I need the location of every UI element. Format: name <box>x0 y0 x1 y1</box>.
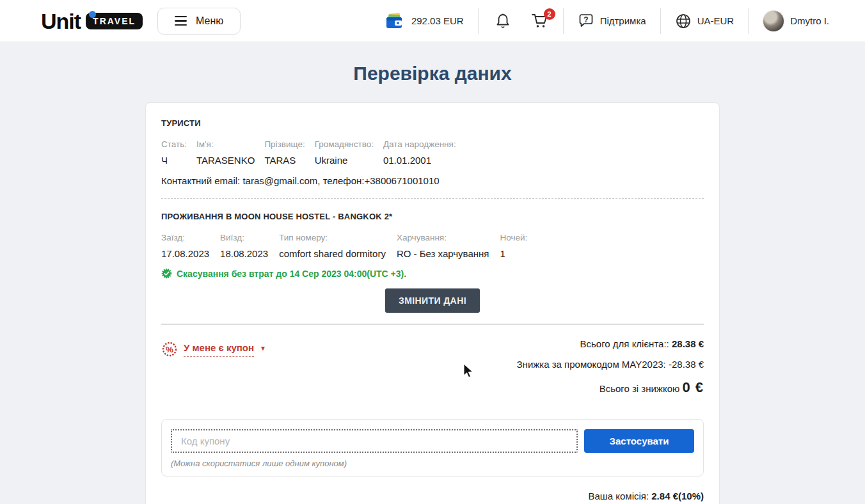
coupon-panel: Застосувати (Можна скористатися лише одн… <box>161 419 704 476</box>
field-label: Тип номеру: <box>279 233 386 242</box>
header-divider <box>478 8 479 34</box>
user-avatar <box>763 10 784 32</box>
check-seal-icon <box>161 268 172 279</box>
field-label: Прізвище: <box>264 139 305 149</box>
commission-value: 2.84 €(10%) <box>651 491 704 501</box>
field-value: TARASENKO <box>196 155 255 166</box>
field-value: 18.08.2023 <box>220 248 268 259</box>
coupon-toggle-label: У мене є купон <box>184 342 254 357</box>
field-label: Ім'я: <box>196 139 255 149</box>
contact-info: Контактний email: taras@gmail.com, телеф… <box>161 175 704 186</box>
client-total-value: 28.38 € <box>672 338 704 349</box>
field-label: Ночей: <box>500 233 527 242</box>
field-birthdate: Дата народження: 01.01.2001 <box>383 139 456 166</box>
coupon-toggle[interactable]: % У мене є купон ▼ <box>161 338 266 360</box>
field-checkin: Заїзд: 17.08.2023 <box>161 233 209 259</box>
page-title: Перевірка даних <box>0 63 865 84</box>
locale-label: UA-EUR <box>697 15 734 26</box>
field-citizenship: Громадянство: Ukraine <box>315 139 374 166</box>
booking-review-card: ТУРИСТИ Стать: Ч Ім'я: TARASENKO Прізвищ… <box>145 102 720 504</box>
support-label: Підтримка <box>600 15 646 26</box>
svg-text:?: ? <box>583 15 588 24</box>
top-header: Unit TRAVEL Меню 292.03 EUR <box>0 0 865 42</box>
field-value: 01.01.2001 <box>383 155 456 166</box>
field-label: Заїзд: <box>161 233 209 242</box>
stay-fields: Заїзд: 17.08.2023 Виїзд: 18.08.2023 Тип … <box>161 233 704 259</box>
commission-row: Ваша комісія: 2.84 €(10%) <box>588 491 704 501</box>
user-name: Dmytro I. <box>790 15 829 26</box>
field-label: Громадянство: <box>315 139 374 149</box>
field-value: 17.08.2023 <box>161 248 209 259</box>
user-menu[interactable]: Dmytro I. <box>763 10 829 32</box>
commission-block: Ваша комісія: 2.84 €(10%) До сплати аген… <box>161 491 704 504</box>
discounted-total-label: Всього зі знижкою <box>599 383 683 394</box>
field-label: Виїзд: <box>220 233 268 242</box>
header-divider <box>563 8 564 34</box>
menu-button[interactable]: Меню <box>157 8 241 35</box>
svg-text:%: % <box>166 345 173 354</box>
field-value: comfort shared dormitory <box>279 248 386 259</box>
field-checkout: Виїзд: 18.08.2023 <box>220 233 268 259</box>
cancellation-policy: Скасування без втрат до 14 Сер 2023 04:0… <box>161 268 704 279</box>
field-room-type: Тип номеру: comfort shared dormitory <box>279 233 386 259</box>
promo-discount-row: Знижка за промокодом MAY2023: -28.38 € <box>517 359 704 370</box>
coupon-note: (Можна скористатися лише одним купоном) <box>171 459 694 468</box>
menu-label: Меню <box>196 15 223 27</box>
commission-label: Ваша комісія: <box>588 491 651 501</box>
cancellation-text: Скасування без втрат до 14 Сер 2023 04:0… <box>177 269 406 279</box>
cart-button[interactable]: 2 <box>531 13 549 29</box>
totals-block: Всього для клієнта:: 28.38 € Знижка за п… <box>517 338 704 396</box>
hamburger-icon <box>175 16 187 26</box>
field-last-name: Прізвище: TARAS <box>264 139 305 166</box>
field-label: Харчування: <box>397 233 489 242</box>
section-divider <box>161 324 704 325</box>
support-chat-icon: ? <box>578 13 594 29</box>
field-value: Ukraine <box>315 155 374 166</box>
field-value: Ч <box>161 155 187 166</box>
field-gender: Стать: Ч <box>161 139 187 166</box>
notifications-button[interactable] <box>495 13 511 29</box>
header-divider <box>660 8 661 34</box>
wallet-balance[interactable]: 292.03 EUR <box>385 12 464 30</box>
brand-logo[interactable]: Unit TRAVEL <box>41 10 143 32</box>
tourists-heading: ТУРИСТИ <box>161 118 704 128</box>
tourists-fields: Стать: Ч Ім'я: TARASENKO Прізвище: TARAS… <box>161 139 704 166</box>
dashed-divider <box>161 198 704 199</box>
coupon-code-input[interactable] <box>171 429 578 453</box>
caret-down-icon: ▼ <box>260 345 266 352</box>
brand-wordmark: Unit <box>41 10 81 32</box>
discounted-total-value: 0 € <box>682 379 704 395</box>
apply-coupon-button[interactable]: Застосувати <box>584 429 694 453</box>
field-label: Стать: <box>161 139 187 149</box>
field-value: TARAS <box>264 155 305 166</box>
discounted-total-row: Всього зі знижкою 0 € <box>599 379 704 396</box>
client-total-label: Всього для клієнта:: <box>580 338 672 349</box>
brand-i-dot <box>89 11 96 18</box>
wallet-balance-value: 292.03 EUR <box>411 15 464 26</box>
change-data-button[interactable]: ЗМІНИТИ ДАНІ <box>385 288 480 313</box>
globe-icon <box>675 13 692 29</box>
client-total-row: Всього для клієнта:: 28.38 € <box>580 338 704 349</box>
field-value: 1 <box>500 248 527 259</box>
wallet-icon <box>385 12 406 30</box>
cart-badge: 2 <box>544 8 555 20</box>
locale-selector[interactable]: UA-EUR <box>675 13 734 29</box>
field-meal: Харчування: RO - Без харчування <box>397 233 489 259</box>
field-label: Дата народження: <box>383 139 456 149</box>
stay-heading: ПРОЖИВАННЯ В MOON HOUSE HOSTEL - BANGKOK… <box>161 212 704 221</box>
percent-seal-icon: % <box>161 341 178 358</box>
field-value: RO - Без харчування <box>397 248 489 259</box>
support-button[interactable]: ? Підтримка <box>578 13 646 29</box>
bell-icon <box>495 13 511 29</box>
header-divider <box>748 8 749 34</box>
field-nights: Ночей: 1 <box>500 233 527 259</box>
field-first-name: Ім'я: TARASENKO <box>196 139 255 166</box>
